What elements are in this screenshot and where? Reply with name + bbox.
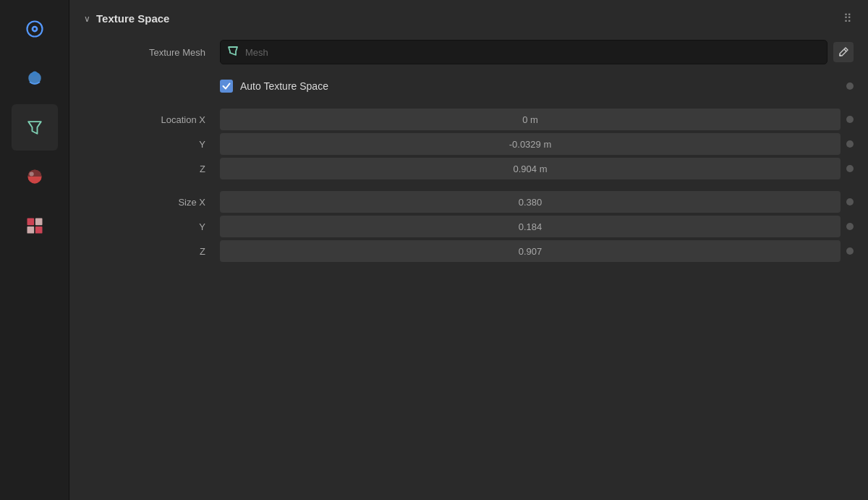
main-panel: ∨ Texture Space ⠿ Texture Mesh Mesh [69,0,868,500]
sidebar-item-modifier[interactable] [12,104,58,151]
location-x-row: Location X 0 m [84,108,854,131]
location-x-label: Location X [84,114,214,125]
svg-point-7 [29,171,33,176]
svg-line-13 [844,49,846,51]
auto-texture-space-dot[interactable] [846,82,854,90]
auto-texture-space-control: Auto Texture Space [220,80,854,93]
eyedropper-button[interactable] [833,42,854,62]
mesh-selector[interactable]: Mesh [220,40,827,64]
location-x-dot[interactable] [846,116,854,123]
section-header: ∨ Texture Space ⠿ [84,12,854,25]
size-x-control: 0.380 [220,191,854,213]
location-y-dot[interactable] [846,140,854,148]
size-x-dot[interactable] [846,198,854,205]
svg-point-2 [33,27,36,30]
size-z-label: Z [84,246,214,257]
options-dots-icon[interactable]: ⠿ [843,12,854,25]
size-y-control: 0.184 [220,216,854,237]
size-z-dot[interactable] [846,247,854,255]
svg-rect-8 [27,219,34,226]
size-y-field[interactable]: 0.184 [220,216,841,237]
svg-marker-5 [28,122,41,134]
size-y-label: Y [84,221,214,232]
object-icon [22,65,48,91]
section-title: Texture Space [96,12,169,25]
sidebar-item-object[interactable] [12,55,58,101]
texture-mesh-label: Texture Mesh [84,47,214,58]
sidebar-item-material[interactable] [12,153,58,200]
auto-texture-checkbox-control: Auto Texture Space [220,80,841,93]
size-x-label: Size X [84,197,214,208]
scene-icon [22,16,48,42]
svg-rect-11 [35,226,42,234]
svg-point-4 [32,71,37,76]
svg-point-14 [839,54,841,56]
size-x-field[interactable]: 0.380 [220,191,841,213]
mesh-selector-icon [226,44,239,60]
material-icon [22,164,48,190]
location-y-label: Y [84,139,214,150]
texture-icon [22,213,48,239]
sidebar [0,0,69,500]
texture-mesh-control: Mesh [220,40,854,64]
svg-rect-9 [35,219,42,226]
location-z-dot[interactable] [846,165,854,172]
location-y-row: Y -0.0329 m [84,132,854,156]
size-z-control: 0.907 [220,240,854,262]
modifier-icon [22,114,48,140]
location-z-label: Z [84,164,214,174]
sidebar-item-texture[interactable] [12,203,58,249]
svg-marker-12 [229,47,237,55]
auto-texture-space-checkbox[interactable] [220,80,233,93]
property-grid: Texture Mesh Mesh [84,40,854,263]
texture-mesh-row: Texture Mesh Mesh [84,40,854,64]
size-z-row: Z 0.907 [84,240,854,263]
size-y-row: Y 0.184 [84,215,854,238]
mesh-placeholder: Mesh [245,47,821,58]
location-z-control: 0.904 m [220,158,854,179]
sidebar-item-scene[interactable] [12,6,58,52]
collapse-arrow-icon[interactable]: ∨ [84,14,90,24]
size-y-dot[interactable] [846,223,854,230]
location-x-field[interactable]: 0 m [220,109,841,130]
location-y-control: -0.0329 m [220,133,854,155]
location-x-control: 0 m [220,109,854,130]
svg-rect-10 [27,226,34,234]
location-z-row: Z 0.904 m [84,157,854,180]
location-y-field[interactable]: -0.0329 m [220,133,841,155]
auto-texture-space-row: Auto Texture Space [84,75,854,98]
size-x-row: Size X 0.380 [84,190,854,213]
auto-texture-space-label: Auto Texture Space [240,80,328,92]
location-z-field[interactable]: 0.904 m [220,158,841,179]
size-z-field[interactable]: 0.907 [220,240,841,262]
section-title-row: ∨ Texture Space [84,12,169,25]
